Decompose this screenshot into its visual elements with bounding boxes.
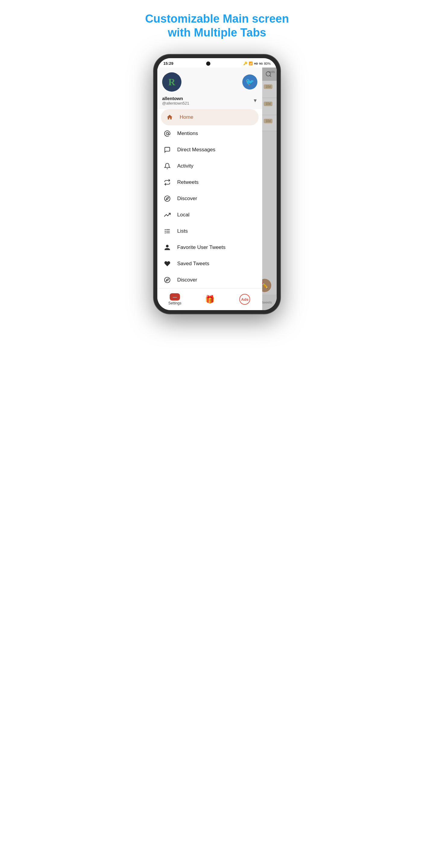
settings-label: Settings	[168, 301, 181, 305]
menu-item-lists[interactable]: Lists	[157, 223, 262, 239]
phone-frame: 15:29 🔑 📶 HD 5G 80%	[154, 55, 280, 314]
menu-label-lists: Lists	[177, 228, 188, 234]
list-icon	[163, 227, 171, 235]
menu-item-mentions[interactable]: Mentions	[157, 125, 262, 142]
navigation-drawer: R 🐦 allentown @allentown521 ▼	[157, 67, 262, 310]
retweet-icon	[163, 179, 171, 186]
phone-mockup: 15:29 🔑 📶 HD 5G 80%	[154, 55, 280, 314]
chat-icon	[163, 146, 171, 154]
gift-icon: 🎁	[205, 295, 215, 304]
drawer-bottom-bar: — Settings 🎁 Ads	[157, 288, 262, 310]
main-avatar[interactable]: R	[162, 72, 181, 92]
settings-icon: —	[170, 293, 180, 301]
menu-item-activity[interactable]: Activity	[157, 158, 262, 174]
bell-icon	[163, 162, 171, 170]
ads-icon: Ads	[239, 294, 250, 305]
menu-label-home: Home	[180, 114, 193, 120]
menu-list: Home Mentions	[157, 109, 262, 288]
menu-item-local[interactable]: Local	[157, 207, 262, 223]
person-icon	[163, 244, 171, 251]
drawer-shadow-area: ucts	[262, 67, 277, 310]
status-bar: 15:29 🔑 📶 HD 5G 80%	[157, 58, 277, 67]
menu-label-direct-messages: Direct Messages	[177, 147, 216, 153]
menu-item-discover[interactable]: Discover	[157, 190, 262, 207]
settings-button[interactable]: — Settings	[157, 291, 192, 308]
compass2-icon	[163, 276, 171, 284]
svg-point-2	[164, 196, 170, 201]
menu-label-discover: Discover	[177, 195, 197, 202]
svg-rect-9	[165, 233, 166, 234]
phone-screen: 15:29 🔑 📶 HD 5G 80%	[157, 58, 277, 310]
trending-icon	[163, 211, 171, 219]
menu-item-home[interactable]: Home	[161, 109, 258, 125]
compass-icon	[163, 195, 171, 203]
user-handle: @allentown521	[162, 101, 189, 105]
menu-item-discover2[interactable]: Discover	[157, 272, 262, 288]
menu-label-discover2: Discover	[177, 277, 197, 283]
page-title: Customizable Main screen with Multiple T…	[145, 12, 289, 39]
menu-label-activity: Activity	[177, 163, 193, 169]
gift-button[interactable]: 🎁	[192, 292, 227, 307]
menu-item-retweets[interactable]: Retweets	[157, 174, 262, 190]
status-icons: 🔑 📶 HD 5G 80%	[243, 61, 271, 65]
menu-label-favorite-user-tweets: Favorite User Tweets	[177, 244, 225, 250]
status-time: 15:29	[163, 61, 173, 66]
menu-item-saved-tweets[interactable]: Saved Tweets	[157, 255, 262, 272]
svg-rect-8	[165, 231, 166, 232]
camera-notch	[206, 61, 210, 66]
heart-icon	[163, 260, 171, 268]
svg-point-10	[164, 277, 170, 283]
menu-label-mentions: Mentions	[177, 130, 198, 136]
drawer-header: R 🐦 allentown @allentown521 ▼	[157, 67, 262, 109]
menu-label-retweets: Retweets	[177, 179, 198, 185]
menu-label-local: Local	[177, 212, 190, 218]
user-info: allentown @allentown521 ▼	[162, 96, 257, 105]
svg-marker-3	[166, 197, 168, 200]
menu-item-favorite-user-tweets[interactable]: Favorite User Tweets	[157, 239, 262, 255]
svg-marker-11	[166, 279, 168, 281]
account-switcher-arrow[interactable]: ▼	[253, 98, 258, 103]
username: allentown	[162, 96, 189, 101]
screen-content: 10d ucts 10d	[157, 67, 277, 310]
svg-point-1	[166, 133, 168, 135]
at-icon	[163, 130, 171, 137]
home-icon	[166, 113, 174, 121]
menu-item-direct-messages[interactable]: Direct Messages	[157, 142, 262, 158]
drawer-avatars: R 🐦	[162, 72, 257, 92]
secondary-avatar[interactable]: 🐦	[242, 74, 257, 90]
ads-button[interactable]: Ads	[227, 291, 262, 307]
menu-label-saved-tweets: Saved Tweets	[177, 261, 209, 267]
drawer-overlay: R 🐦 allentown @allentown521 ▼	[157, 67, 277, 310]
svg-rect-7	[165, 229, 166, 230]
